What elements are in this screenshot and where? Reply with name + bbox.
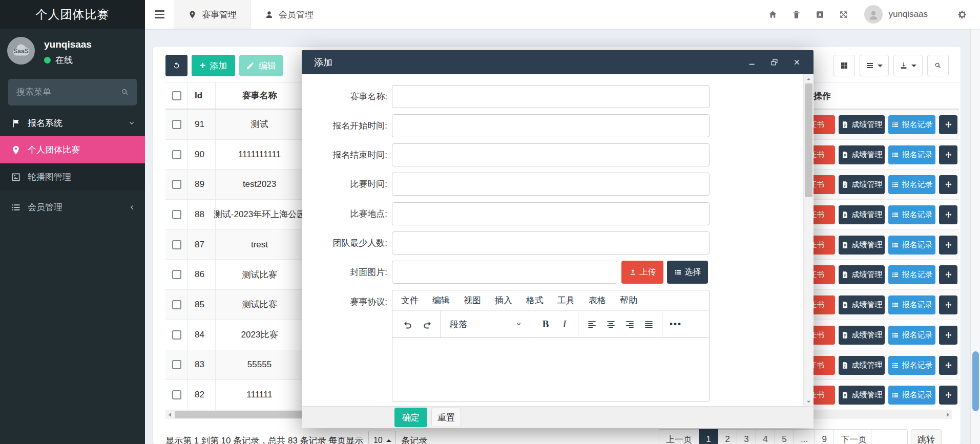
pagination-prev[interactable]: 上一页 — [659, 429, 699, 444]
score-management-button[interactable]: 成绩管理 — [839, 205, 885, 224]
pagination-page-4[interactable]: 4 — [756, 429, 775, 444]
match-time-input[interactable] — [392, 173, 710, 196]
sidebar-item-member-management[interactable]: 会员管理 — [0, 194, 145, 220]
italic-button[interactable]: I — [556, 316, 573, 332]
event-name-input[interactable] — [392, 85, 710, 108]
sidebar-search-input[interactable] — [15, 87, 120, 98]
score-management-button[interactable]: 成绩管理 — [839, 386, 885, 405]
export-dropdown-button[interactable] — [893, 55, 923, 76]
editor-menu-insert[interactable]: 插入 — [495, 294, 512, 306]
close-button[interactable] — [793, 58, 801, 67]
dialog-scroll-thumb[interactable] — [805, 83, 812, 197]
move-button[interactable] — [939, 175, 957, 194]
page-size-select[interactable]: 10 — [368, 431, 396, 444]
confirm-button[interactable]: 确定 — [394, 408, 427, 427]
pagination-ellipsis[interactable]: ... — [794, 429, 815, 444]
align-right-button[interactable] — [621, 316, 638, 332]
reset-button[interactable]: 重置 — [431, 408, 461, 427]
row-checkbox[interactable] — [172, 150, 181, 159]
pagination-page-5[interactable]: 5 — [775, 429, 794, 444]
dialog-scrollbar[interactable] — [803, 74, 814, 406]
maximize-button[interactable] — [770, 58, 779, 67]
tab-member-management[interactable]: 会员管理 — [251, 0, 327, 29]
column-header-id[interactable]: Id — [188, 82, 216, 109]
signup-start-time-input[interactable] — [392, 114, 710, 137]
score-management-button[interactable]: 成绩管理 — [839, 326, 885, 345]
row-checkbox[interactable] — [172, 390, 181, 399]
row-checkbox[interactable] — [172, 180, 181, 189]
language-button[interactable] — [808, 0, 831, 29]
score-management-button[interactable]: 成绩管理 — [839, 265, 885, 284]
align-center-button[interactable] — [602, 316, 619, 332]
fullscreen-button[interactable] — [831, 0, 855, 29]
registration-records-button[interactable]: 报名记录 — [888, 115, 935, 134]
registration-records-button[interactable]: 报名记录 — [888, 295, 935, 314]
editor-menu-format[interactable]: 格式 — [526, 294, 544, 306]
sidebar-item-carousel-management[interactable]: 轮播图管理 — [0, 163, 145, 191]
editor-menu-table[interactable]: 表格 — [589, 294, 606, 306]
editor-menu-help[interactable]: 帮助 — [620, 294, 637, 306]
add-button[interactable]: + 添加 — [192, 55, 235, 76]
editor-menu-tools[interactable]: 工具 — [557, 294, 575, 306]
home-button[interactable] — [761, 0, 784, 29]
scroll-up-arrow[interactable] — [804, 75, 814, 83]
scroll-left-arrow[interactable] — [165, 410, 174, 419]
score-management-button[interactable]: 成绩管理 — [839, 295, 885, 314]
registration-records-button[interactable]: 报名记录 — [888, 265, 935, 284]
row-checkbox[interactable] — [172, 120, 181, 129]
move-button[interactable] — [939, 326, 957, 345]
align-justify-button[interactable] — [640, 316, 657, 332]
edit-button[interactable]: 编辑 — [239, 55, 283, 76]
columns-dropdown-button[interactable] — [860, 55, 889, 76]
registration-records-button[interactable]: 报名记录 — [888, 236, 935, 255]
scroll-down-arrow[interactable] — [804, 397, 814, 406]
cover-image-input[interactable] — [392, 261, 617, 284]
min-team-size-input[interactable] — [392, 231, 710, 255]
redo-button[interactable] — [419, 316, 435, 332]
editor-content-area[interactable] — [392, 338, 709, 401]
jump-page-input[interactable] — [871, 429, 908, 444]
score-management-button[interactable]: 成绩管理 — [839, 356, 885, 375]
pagination-page-9[interactable]: 9 — [815, 429, 834, 444]
table-search-button[interactable] — [927, 55, 949, 76]
move-button[interactable] — [939, 115, 957, 134]
pagination-page-2[interactable]: 2 — [718, 429, 737, 444]
undo-button[interactable] — [400, 316, 416, 332]
more-tools-button[interactable]: ••• — [668, 316, 684, 332]
row-checkbox[interactable] — [172, 210, 181, 219]
card-view-button[interactable] — [833, 55, 855, 76]
page-vertical-scrollbar[interactable] — [970, 29, 980, 444]
row-checkbox[interactable] — [172, 240, 181, 249]
bold-button[interactable]: B — [537, 316, 554, 332]
registration-records-button[interactable]: 报名记录 — [888, 175, 935, 194]
score-management-button[interactable]: 成绩管理 — [839, 236, 885, 255]
select-all-checkbox[interactable] — [172, 91, 181, 100]
pagination-page-1[interactable]: 1 — [699, 429, 718, 444]
sidebar-item-registration-system[interactable]: 报名系统 — [0, 110, 145, 136]
move-button[interactable] — [939, 295, 957, 314]
minimize-button[interactable] — [748, 58, 756, 67]
search-icon[interactable] — [120, 88, 130, 97]
row-checkbox[interactable] — [172, 330, 181, 340]
registration-records-button[interactable]: 报名记录 — [888, 145, 935, 164]
select-button[interactable]: 选择 — [667, 261, 708, 284]
editor-menu-edit[interactable]: 编辑 — [432, 294, 450, 306]
hamburger-menu-button[interactable] — [145, 0, 174, 29]
signup-end-time-input[interactable] — [392, 143, 710, 166]
registration-records-button[interactable]: 报名记录 — [888, 326, 935, 345]
registration-records-button[interactable]: 报名记录 — [888, 386, 935, 405]
move-button[interactable] — [939, 205, 957, 224]
move-button[interactable] — [939, 356, 957, 375]
refresh-button[interactable] — [165, 55, 187, 76]
registration-records-button[interactable]: 报名记录 — [888, 205, 935, 224]
vertical-scroll-thumb[interactable] — [972, 351, 979, 411]
scroll-right-arrow[interactable] — [943, 410, 952, 419]
pagination-page-3[interactable]: 3 — [737, 429, 756, 444]
navbar-username[interactable]: yunqisaas — [888, 9, 928, 19]
move-button[interactable] — [939, 236, 957, 255]
score-management-button[interactable]: 成绩管理 — [839, 175, 885, 194]
editor-menu-view[interactable]: 视图 — [464, 294, 481, 306]
score-management-button[interactable]: 成绩管理 — [839, 115, 885, 134]
settings-button[interactable] — [950, 0, 974, 29]
row-checkbox[interactable] — [172, 270, 181, 279]
